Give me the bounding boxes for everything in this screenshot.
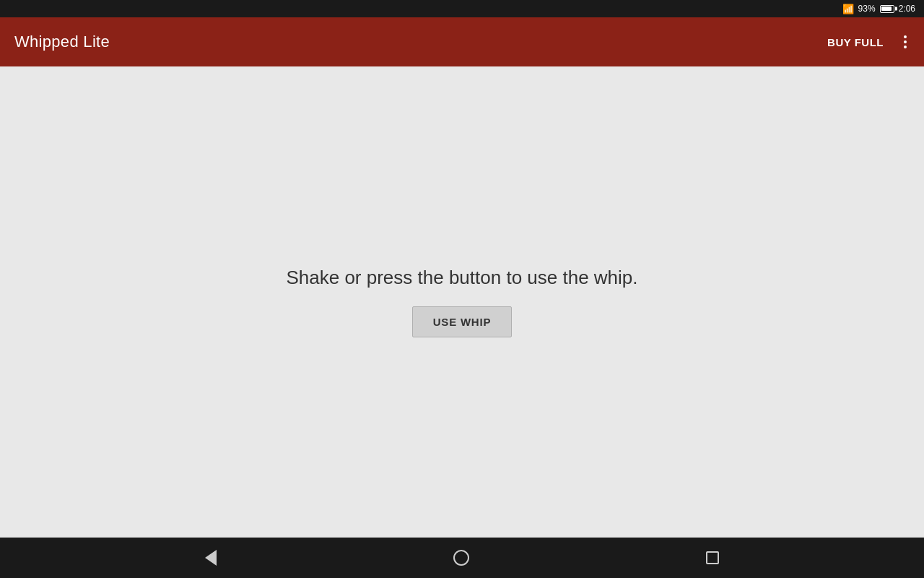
wifi-icon: 📶 (842, 4, 854, 14)
app-bar-actions: BUY FULL (824, 30, 910, 54)
recents-icon (706, 551, 719, 564)
status-icons: 📶 93% 2:06 (842, 4, 915, 14)
buy-full-button[interactable]: BUY FULL (824, 30, 886, 54)
app-title: Whipped Lite (14, 33, 110, 51)
back-icon (205, 550, 217, 566)
status-bar: 📶 93% 2:06 (0, 0, 924, 17)
more-dot-1 (904, 35, 907, 38)
more-dot-2 (904, 40, 907, 43)
instruction-text: Shake or press the button to use the whi… (286, 267, 637, 289)
more-options-button[interactable] (901, 31, 910, 53)
home-icon (453, 550, 469, 566)
clock: 2:06 (899, 4, 915, 14)
app-bar: Whipped Lite BUY FULL (0, 17, 924, 66)
more-dot-3 (904, 46, 907, 48)
main-content: Shake or press the button to use the whi… (0, 66, 924, 538)
battery-icon (880, 5, 894, 13)
recents-button[interactable] (692, 544, 733, 571)
battery-percentage: 93% (858, 4, 876, 14)
use-whip-button[interactable]: USE WHIP (412, 306, 513, 337)
back-button[interactable] (191, 543, 231, 573)
home-button[interactable] (439, 543, 484, 573)
nav-bar (0, 538, 924, 578)
